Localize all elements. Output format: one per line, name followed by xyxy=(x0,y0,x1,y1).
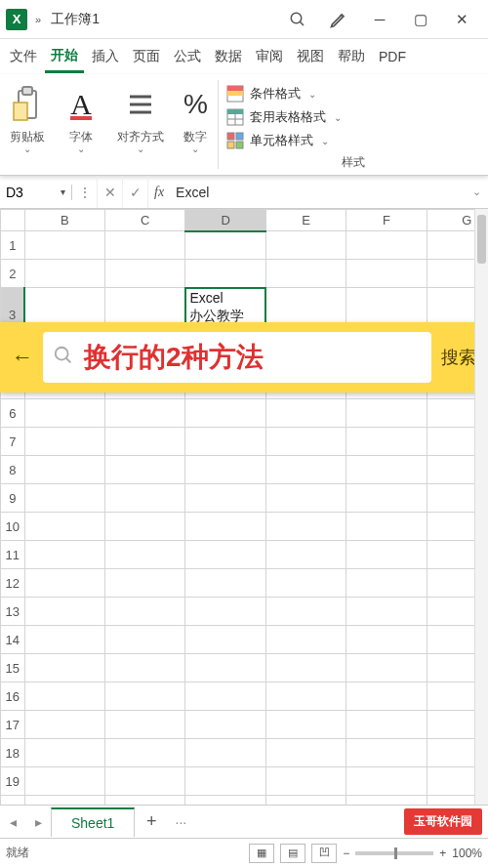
name-box[interactable]: D3 ▾ xyxy=(0,185,72,200)
tab-formula[interactable]: 公式 xyxy=(168,42,207,71)
conditional-format-label: 条件格式 xyxy=(250,85,301,103)
svg-rect-4 xyxy=(14,103,27,120)
table-format-button[interactable]: 套用表格格式⌄ xyxy=(224,105,482,129)
tab-insert[interactable]: 插入 xyxy=(86,42,125,71)
svg-point-21 xyxy=(56,347,68,359)
sheet-nav-prev[interactable]: ◂ xyxy=(0,814,25,830)
ribbon-group-styles: 条件格式⌄ 套用表格格式⌄ 单元格样式⌄ 样式 xyxy=(219,74,488,175)
svg-rect-11 xyxy=(227,86,243,91)
pen-button[interactable] xyxy=(318,0,359,39)
tab-review[interactable]: 审阅 xyxy=(250,42,289,71)
tab-data[interactable]: 数据 xyxy=(209,42,248,71)
tab-view[interactable]: 视图 xyxy=(291,42,330,71)
spreadsheet-grid[interactable]: B C D E F G 1 2 3 Excel 办公教学 4 5 6 7 8 9… xyxy=(0,209,488,805)
name-box-value: D3 xyxy=(6,185,23,200)
table-format-label: 套用表格格式 xyxy=(250,108,326,126)
conditional-format-button[interactable]: 条件格式⌄ xyxy=(224,82,482,105)
col-header-d[interactable]: D xyxy=(185,210,265,231)
ribbon-group-alignment[interactable]: 对齐方式 ⌄ xyxy=(107,74,174,175)
formula-expand-icon[interactable]: ⌄ xyxy=(465,186,488,198)
ribbon-group-clipboard[interactable]: 剪贴板 ⌄ xyxy=(0,74,55,175)
view-page-button[interactable]: ▤ xyxy=(280,844,305,863)
styles-group-label: 样式 xyxy=(224,152,482,171)
cell-d3-line2: 办公教学 xyxy=(189,308,244,323)
ribbon-group-number[interactable]: % 数字 ⌄ xyxy=(174,74,218,175)
zoom-slider[interactable] xyxy=(355,851,433,855)
font-icon: A xyxy=(64,82,98,127)
fx-label[interactable]: fx xyxy=(148,185,170,200)
tab-home[interactable]: 开始 xyxy=(45,41,84,73)
tab-pdf[interactable]: PDF xyxy=(373,43,412,70)
sheet-tab-1[interactable]: Sheet1 xyxy=(51,807,135,837)
row-header-12[interactable]: 12 xyxy=(1,569,25,598)
ribbon-tabs: 文件 开始 插入 页面 公式 数据 审阅 视图 帮助 PDF xyxy=(0,39,488,74)
svg-rect-19 xyxy=(227,142,234,148)
formula-bar: D3 ▾ ⋮ ✕ ✓ fx Excel ⌄ xyxy=(0,176,488,209)
ribbon-group-font[interactable]: A 字体 ⌄ xyxy=(55,74,107,175)
svg-rect-12 xyxy=(227,91,243,96)
row-header-19[interactable]: 19 xyxy=(1,767,25,796)
vertical-scrollbar[interactable] xyxy=(474,209,488,805)
row-header-16[interactable]: 16 xyxy=(1,682,25,711)
row-header-8[interactable]: 8 xyxy=(1,456,25,484)
row-header-9[interactable]: 9 xyxy=(1,484,25,513)
zoom-out-button[interactable]: − xyxy=(343,847,349,860)
svg-rect-6 xyxy=(70,116,92,120)
row-header-13[interactable]: 13 xyxy=(1,598,25,626)
col-header-e[interactable]: E xyxy=(265,210,346,231)
sheet-add-button[interactable]: + xyxy=(135,811,168,832)
formula-confirm-icon[interactable]: ✓ xyxy=(123,176,148,208)
cell-styles-button[interactable]: 单元格样式⌄ xyxy=(224,129,482,152)
row-header-20[interactable]: 20 xyxy=(1,796,25,806)
number-dropdown-icon[interactable]: ⌄ xyxy=(191,145,199,153)
close-button[interactable]: ✕ xyxy=(441,0,482,39)
zoom-value: 100% xyxy=(452,847,482,860)
tab-help[interactable]: 帮助 xyxy=(332,42,371,71)
search-button[interactable] xyxy=(277,0,318,39)
status-ready-label: 就绪 xyxy=(6,845,29,861)
overlay-back-icon[interactable]: ← xyxy=(8,345,37,370)
zoom-in-button[interactable]: + xyxy=(439,847,446,860)
row-header-15[interactable]: 15 xyxy=(1,654,25,682)
formula-more-icon[interactable]: ⋮ xyxy=(72,176,98,208)
ribbon: 剪贴板 ⌄ A 字体 ⌄ 对齐方式 ⌄ % 数字 ⌄ 条件格式⌄ 套用表格格式⌄… xyxy=(0,74,488,176)
col-header-f[interactable]: F xyxy=(346,210,427,231)
title-bar: X » 工作簿1 ─ ▢ ✕ xyxy=(0,0,488,39)
row-header-2[interactable]: 2 xyxy=(1,260,25,288)
row-header-11[interactable]: 11 xyxy=(1,541,25,569)
name-box-dropdown-icon[interactable]: ▾ xyxy=(61,186,65,197)
sheet-tab-bar: ◂ ▸ Sheet1 + ··· 玉哥软件园 xyxy=(0,805,488,838)
scrollbar-thumb[interactable] xyxy=(477,215,486,264)
font-dropdown-icon[interactable]: ⌄ xyxy=(77,145,85,153)
row-header-7[interactable]: 7 xyxy=(1,428,25,456)
tab-page[interactable]: 页面 xyxy=(127,42,166,71)
clipboard-dropdown-icon[interactable]: ⌄ xyxy=(23,145,31,153)
maximize-button[interactable]: ▢ xyxy=(400,0,441,39)
formula-input[interactable]: Excel xyxy=(170,185,465,200)
col-header-c[interactable]: C xyxy=(105,210,185,231)
number-icon: % xyxy=(183,82,208,127)
overlay-search-text: 换行的2种方法 xyxy=(84,339,422,376)
select-all-corner[interactable] xyxy=(1,210,25,231)
cell-styles-label: 单元格样式 xyxy=(250,132,313,149)
excel-app-icon: X xyxy=(6,9,27,30)
view-break-button[interactable]: 凹 xyxy=(311,844,337,863)
alignment-dropdown-icon[interactable]: ⌄ xyxy=(137,145,144,153)
row-header-18[interactable]: 18 xyxy=(1,739,25,767)
svg-rect-17 xyxy=(227,133,234,140)
sheet-more-button[interactable]: ··· xyxy=(168,814,193,830)
tab-file[interactable]: 文件 xyxy=(4,42,43,71)
alignment-icon xyxy=(124,82,157,127)
row-header-1[interactable]: 1 xyxy=(1,231,25,260)
overlay-search-box[interactable]: 换行的2种方法 xyxy=(43,332,431,383)
row-header-6[interactable]: 6 xyxy=(1,399,25,428)
sheet-nav-next[interactable]: ▸ xyxy=(25,814,51,830)
col-header-b[interactable]: B xyxy=(24,210,104,231)
row-header-14[interactable]: 14 xyxy=(1,626,25,654)
row-header-10[interactable]: 10 xyxy=(1,513,25,541)
row-header-17[interactable]: 17 xyxy=(1,711,25,739)
formula-cancel-icon[interactable]: ✕ xyxy=(98,176,123,208)
quick-access-expand[interactable]: » xyxy=(35,14,41,25)
minimize-button[interactable]: ─ xyxy=(359,0,400,39)
view-normal-button[interactable]: ▦ xyxy=(249,844,274,863)
